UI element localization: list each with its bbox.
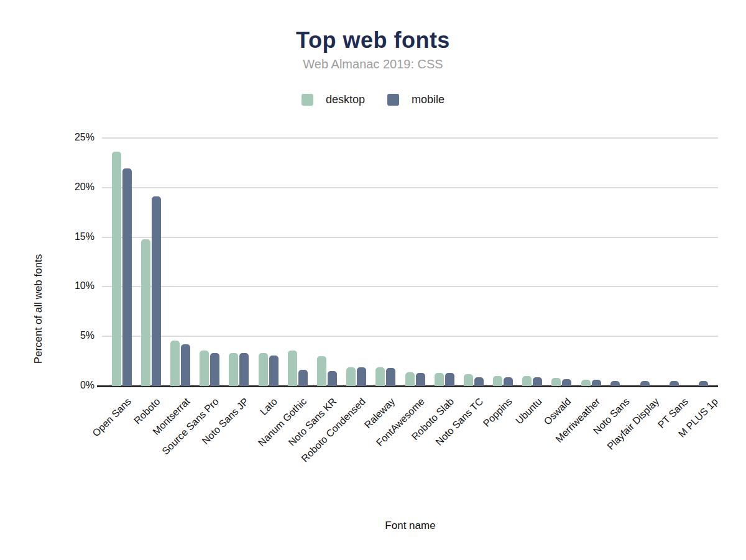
bar-desktop-lato [259, 353, 268, 386]
ytick-label-10: 10% [51, 280, 94, 291]
bar-desktop-fontawesome [405, 372, 415, 386]
xtick-label-lato: Lato [259, 396, 280, 418]
bar-mobile-pt-sans [670, 381, 679, 386]
bar-mobile-lato [269, 356, 279, 386]
bar-desktop-source-sans-pro [200, 351, 209, 386]
bar-mobile-noto-sans-jp [239, 353, 249, 386]
bar-mobile-roboto-slab [445, 373, 454, 386]
mobile-swatch-icon [387, 94, 399, 106]
bar-desktop-noto-sans-jp [229, 353, 238, 386]
chart-title: Top web fonts [0, 27, 746, 53]
bar-desktop-raleway [375, 367, 385, 386]
bar-desktop-noto-sans-kr [317, 356, 326, 386]
legend-item-desktop: desktop [302, 93, 365, 106]
bar-desktop-nanum-gothic [288, 351, 297, 386]
bar-desktop-oswald [551, 378, 561, 386]
xtick-label-open-sans: Open Sans [90, 396, 133, 439]
bar-desktop-roboto [141, 239, 150, 386]
ytick-label-0: 0% [51, 380, 94, 391]
gridline-20 [102, 187, 718, 188]
ytick-label-25: 25% [51, 132, 94, 143]
bar-mobile-open-sans [122, 168, 132, 386]
ytick-label-5: 5% [51, 330, 94, 341]
legend-label-mobile: mobile [412, 93, 444, 106]
bar-mobile-noto-sans-kr [328, 371, 337, 386]
bar-desktop-ubuntu [522, 376, 532, 386]
bar-mobile-poppins [504, 377, 513, 386]
y-axis-title: Percent of all web fonts [32, 254, 45, 364]
xtick-label-ubuntu: Ubuntu [513, 396, 544, 426]
bar-mobile-m-plus-1p [699, 381, 708, 386]
legend-item-mobile: mobile [387, 93, 444, 106]
gridline-25 [102, 137, 718, 139]
bar-desktop-noto-sans-tc [464, 374, 473, 386]
bar-desktop-open-sans [112, 152, 121, 386]
bar-desktop-merriweather [581, 380, 591, 386]
bar-mobile-montserrat [181, 344, 190, 386]
bar-mobile-playfair-display [640, 381, 650, 386]
bar-mobile-roboto-condensed [357, 367, 366, 386]
bar-mobile-noto-sans [610, 381, 620, 386]
legend-label-desktop: desktop [326, 93, 365, 106]
gridline-15 [102, 237, 718, 238]
bar-mobile-raleway [386, 368, 395, 386]
desktop-swatch-icon [302, 94, 313, 106]
bar-mobile-merriweather [592, 380, 601, 386]
bar-desktop-roboto-slab [435, 373, 444, 386]
bar-mobile-noto-sans-tc [474, 377, 484, 386]
legend: desktopmobile [0, 93, 746, 106]
bar-mobile-oswald [562, 379, 571, 386]
bar-chart: Top web fonts Web Almanac 2019: CSS desk… [0, 0, 746, 560]
bar-desktop-montserrat [170, 341, 180, 386]
xtick-label-playfair-display: Playfair Display [605, 396, 661, 452]
x-axis-title: Font name [99, 520, 721, 532]
bar-mobile-nanum-gothic [298, 370, 308, 386]
gridline-10 [102, 286, 718, 287]
ytick-label-15: 15% [51, 231, 94, 242]
chart-subtitle: Web Almanac 2019: CSS [0, 57, 746, 71]
bar-mobile-source-sans-pro [210, 353, 219, 386]
gridline-5 [102, 336, 718, 337]
bar-mobile-ubuntu [533, 377, 542, 386]
bar-mobile-roboto [152, 196, 161, 386]
bar-mobile-fontawesome [416, 373, 425, 386]
bar-desktop-roboto-condensed [346, 367, 356, 386]
xtick-label-poppins: Poppins [481, 396, 515, 429]
ytick-label-20: 20% [51, 181, 94, 193]
bar-desktop-poppins [493, 376, 502, 386]
